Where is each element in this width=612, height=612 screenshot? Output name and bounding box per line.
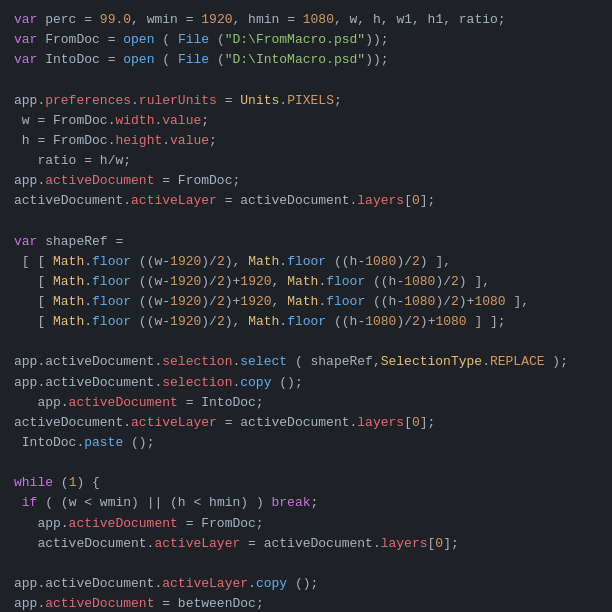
code-line: app.activeDocument = FromDoc;	[14, 171, 598, 191]
code-line: [ [ Math.floor ((w-1920)/2), Math.floor …	[14, 252, 598, 272]
code-line: var shapeRef =	[14, 232, 598, 252]
code-line	[14, 453, 598, 473]
code-line	[14, 554, 598, 574]
code-line: [ Math.floor ((w-1920)/2)+1920, Math.flo…	[14, 272, 598, 292]
code-line: [ Math.floor ((w-1920)/2), Math.floor ((…	[14, 312, 598, 332]
code-line: ratio = h/w;	[14, 151, 598, 171]
code-line: h = FromDoc.height.value;	[14, 131, 598, 151]
code-line	[14, 332, 598, 352]
code-line: var IntoDoc = open ( File ("D:\IntoMacro…	[14, 50, 598, 70]
code-line: var perc = 99.0, wmin = 1920, hmin = 108…	[14, 10, 598, 30]
code-line: app.activeDocument.selection.copy ();	[14, 373, 598, 393]
code-line: IntoDoc.paste ();	[14, 433, 598, 453]
code-line	[14, 211, 598, 231]
code-line: activeDocument.activeLayer = activeDocum…	[14, 413, 598, 433]
code-line: app.activeDocument = FromDoc;	[14, 514, 598, 534]
code-line: w = FromDoc.width.value;	[14, 111, 598, 131]
code-line: app.preferences.rulerUnits = Units.PIXEL…	[14, 91, 598, 111]
code-line: app.activeDocument.activeLayer.copy ();	[14, 574, 598, 594]
code-line: app.activeDocument.selection.select ( sh…	[14, 352, 598, 372]
code-line: app.activeDocument = betweenDoc;	[14, 594, 598, 612]
code-line: [ Math.floor ((w-1920)/2)+1920, Math.flo…	[14, 292, 598, 312]
code-editor: var perc = 99.0, wmin = 1920, hmin = 108…	[0, 0, 612, 612]
code-line: activeDocument.activeLayer = activeDocum…	[14, 191, 598, 211]
code-line	[14, 70, 598, 90]
code-line: var FromDoc = open ( File ("D:\FromMacro…	[14, 30, 598, 50]
code-line: activeDocument.activeLayer = activeDocum…	[14, 534, 598, 554]
code-line: app.activeDocument = IntoDoc;	[14, 393, 598, 413]
code-line: while (1) {	[14, 473, 598, 493]
code-line: if ( (w < wmin) || (h < hmin) ) break;	[14, 493, 598, 513]
